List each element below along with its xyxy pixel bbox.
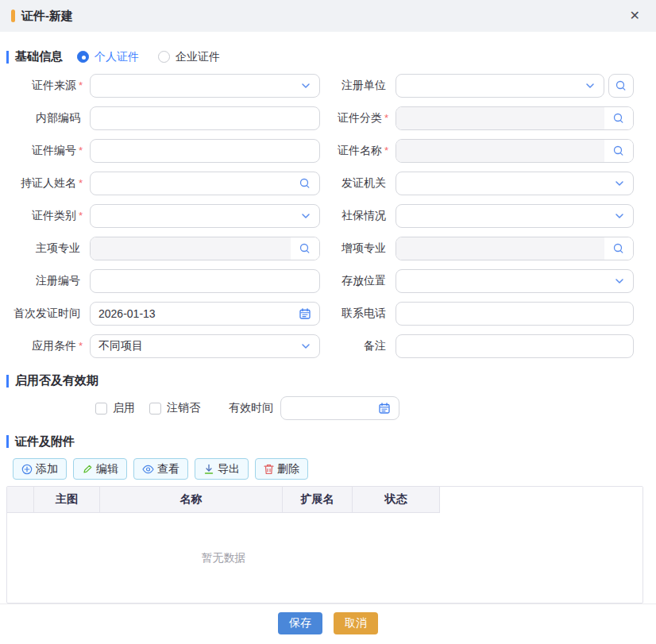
certificate-category-select[interactable]	[90, 204, 320, 228]
first-issue-date-input[interactable]	[98, 303, 299, 324]
certificate-new-modal: 证件-新建 ✕ 基础信息 个人证件 企业证件 证件来源*	[0, 0, 656, 644]
required-asterisk: *	[384, 145, 388, 156]
disabled-input	[396, 107, 604, 129]
add-button-label: 添加	[36, 462, 58, 476]
field-label: 联系电话	[342, 307, 386, 321]
search-icon[interactable]	[604, 107, 633, 129]
additional-specialty-picker	[396, 237, 634, 260]
checkbox-icon	[95, 403, 107, 415]
form-column-left: 证件来源* 内部编码 证件编号* 持证人姓名*	[0, 74, 320, 367]
view-button[interactable]: 查看	[133, 458, 188, 480]
search-icon[interactable]	[299, 177, 311, 190]
certificate-source-select[interactable]	[90, 74, 320, 98]
search-icon	[615, 79, 627, 92]
holder-name-wrap	[90, 172, 320, 195]
remarks-wrap	[396, 334, 634, 358]
edit-button[interactable]: 编辑	[73, 458, 127, 480]
required-asterisk: *	[79, 79, 83, 91]
basic-info-form: 证件来源* 内部编码 证件编号* 持证人姓名*	[0, 65, 656, 367]
edit-button-label: 编辑	[96, 462, 118, 476]
delete-button-label: 删除	[277, 462, 299, 476]
search-icon[interactable]	[291, 237, 319, 260]
download-icon	[203, 464, 214, 475]
certificate-number-input[interactable]	[98, 141, 311, 161]
required-asterisk: *	[79, 145, 83, 156]
chevron-down-icon	[585, 80, 596, 91]
section-accent-bar	[6, 51, 9, 64]
radio-personal-certificate[interactable]: 个人证件	[77, 50, 139, 64]
delete-button[interactable]: 删除	[255, 458, 308, 480]
cancelled-checkbox[interactable]: 注销否	[149, 401, 200, 415]
empty-state-text: 暂无数据	[7, 551, 440, 565]
cancel-button[interactable]: 取消	[334, 612, 378, 634]
field-label: 证件名称	[338, 144, 382, 158]
registered-unit-select[interactable]	[396, 74, 604, 98]
cancelled-checkbox-label: 注销否	[167, 401, 200, 415]
radio-dot-icon	[158, 51, 170, 63]
valid-time-input[interactable]	[289, 398, 378, 418]
field-registration-number: 注册编号	[0, 269, 320, 293]
field-certificate-source: 证件来源*	[0, 74, 320, 98]
holder-name-input[interactable]	[98, 173, 299, 194]
remarks-input[interactable]	[404, 336, 625, 357]
trash-icon	[264, 464, 274, 475]
enable-checkbox[interactable]: 启用	[95, 401, 135, 415]
field-label: 存放位置	[342, 274, 386, 288]
field-remarks: 备注	[320, 334, 634, 358]
field-holder-name: 持证人姓名*	[0, 172, 320, 195]
disabled-input	[396, 237, 604, 260]
title-accent-bar	[11, 10, 15, 22]
modal-title: 证件-新建	[21, 9, 73, 24]
export-button[interactable]: 导出	[195, 458, 249, 480]
field-label: 备注	[364, 339, 386, 353]
add-button[interactable]: 添加	[13, 458, 67, 480]
save-button[interactable]: 保存	[278, 612, 322, 634]
contact-phone-input[interactable]	[404, 303, 625, 324]
disabled-input	[396, 140, 604, 162]
registration-number-input[interactable]	[98, 271, 311, 291]
search-icon[interactable]	[604, 140, 633, 162]
field-additional-specialty: 增项专业	[320, 237, 634, 260]
certificate-number-wrap	[90, 139, 320, 163]
certificate-name-picker	[396, 139, 634, 163]
application-condition-select[interactable]: 不同项目	[90, 334, 320, 358]
table-header-select	[7, 487, 34, 513]
storage-location-select[interactable]	[396, 269, 634, 293]
field-label: 证件来源	[32, 79, 76, 93]
field-label: 内部编码	[36, 111, 80, 125]
section-basic-info: 基础信息 个人证件 企业证件	[6, 49, 656, 65]
select-value: 不同项目	[98, 339, 143, 353]
enable-checkbox-label: 启用	[113, 401, 135, 415]
chevron-down-icon	[614, 210, 625, 222]
social-security-select[interactable]	[396, 204, 634, 228]
valid-time-label: 有效时间	[229, 401, 273, 415]
first-issue-date-picker[interactable]	[90, 302, 320, 326]
search-icon[interactable]	[604, 237, 633, 260]
section-basic-title: 基础信息	[15, 49, 63, 64]
radio-enterprise-certificate[interactable]: 企业证件	[158, 50, 220, 64]
radio-personal-label: 个人证件	[95, 50, 139, 64]
field-storage-location: 存放位置	[320, 269, 634, 293]
close-icon[interactable]: ✕	[627, 6, 643, 25]
field-label: 证件分类	[338, 111, 382, 125]
view-button-label: 查看	[157, 462, 179, 476]
valid-time-date-picker[interactable]	[280, 396, 399, 420]
section-accent-bar	[6, 435, 9, 448]
field-internal-code: 内部编码	[0, 106, 320, 130]
export-button-label: 导出	[218, 462, 240, 476]
attachments-table: 主图 名称 扩展名 状态 暂无数据	[6, 486, 643, 604]
required-asterisk: *	[384, 112, 388, 124]
issuing-authority-select[interactable]	[396, 172, 634, 195]
required-asterisk: *	[79, 340, 83, 352]
registered-unit-search-button[interactable]	[608, 74, 634, 98]
internal-code-input[interactable]	[98, 108, 311, 129]
pencil-icon	[82, 464, 93, 475]
section-accent-bar	[6, 375, 9, 388]
calendar-icon	[299, 307, 311, 320]
field-label: 首次发证时间	[14, 307, 80, 321]
chevron-down-icon	[614, 178, 625, 189]
field-social-security-status: 社保情况	[320, 204, 634, 228]
internal-code-wrap	[90, 106, 320, 130]
calendar-icon	[378, 402, 391, 415]
radio-enterprise-label: 企业证件	[176, 50, 220, 64]
